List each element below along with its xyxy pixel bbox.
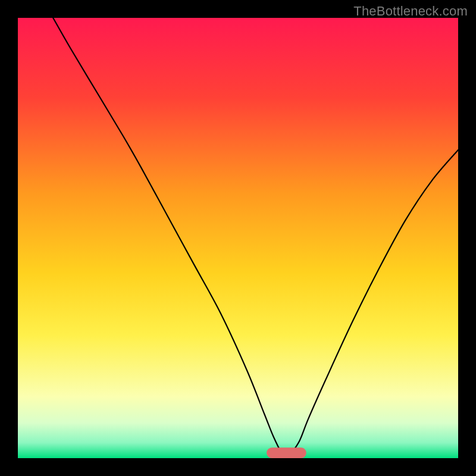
bottleneck-chart-svg [18,18,458,458]
optimal-range-marker [267,447,306,458]
chart-frame: TheBottleneck.com [0,0,476,476]
gradient-background [18,18,458,458]
watermark-text: TheBottleneck.com [353,4,468,19]
